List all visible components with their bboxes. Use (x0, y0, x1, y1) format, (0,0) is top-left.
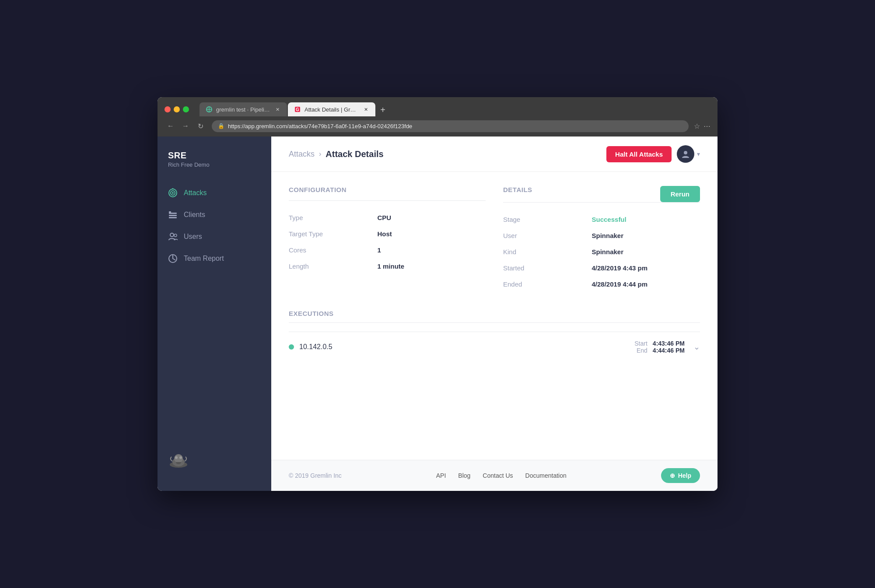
tab-close-1[interactable]: ✕ (274, 106, 281, 113)
table-row: Length 1 minute (289, 258, 486, 274)
details-value-kind: Spinnaker (592, 244, 700, 260)
browser-addressbar: ← → ↻ 🔒 https://app.gremlin.com/attacks/… (158, 116, 718, 136)
tab-favicon-1 (206, 106, 213, 113)
execution-times: Start 4:43:46 PM End 4:44:46 PM (630, 340, 685, 354)
minimize-button[interactable] (174, 106, 180, 112)
end-time-row: End 4:44:46 PM (630, 347, 685, 354)
sidebar-item-clients[interactable]: Clients (158, 204, 271, 226)
browser-chrome: gremlin test · Pipeline Executio... ✕ G … (158, 97, 718, 136)
details-header: Details Rerun (503, 186, 700, 202)
footer-link-documentation[interactable]: Documentation (525, 472, 567, 479)
reload-button[interactable]: ↻ (194, 120, 206, 132)
clients-icon (168, 210, 178, 220)
table-row: Target Type Host (289, 226, 486, 242)
tab-close-2[interactable]: ✕ (362, 106, 369, 113)
two-col-grid: Configuration Type CPU Target Type H (289, 186, 700, 292)
browser-tab-2[interactable]: G Attack Details | Gremlin ✕ (288, 102, 375, 116)
main-footer: © 2019 Gremlin Inc API Blog Contact Us D… (271, 460, 718, 491)
footer-link-blog[interactable]: Blog (458, 472, 470, 479)
avatar-chevron-icon: ▾ (697, 150, 700, 158)
menu-icon[interactable]: ⋯ (704, 122, 710, 130)
help-button[interactable]: ⊕ Help (661, 468, 700, 483)
config-label-type: Type (289, 210, 378, 226)
footer-link-api[interactable]: API (436, 472, 446, 479)
app-layout: SRE Rich Free Demo Attacks (158, 136, 718, 491)
browser-tab-1[interactable]: gremlin test · Pipeline Executio... ✕ (200, 102, 287, 116)
tab-favicon-2: G (294, 106, 301, 113)
details-value-ended: 4/28/2019 4:44 pm (592, 276, 700, 292)
svg-point-20 (179, 456, 182, 459)
rerun-button[interactable]: Rerun (660, 186, 700, 202)
details-value-user: Spinnaker (592, 228, 700, 244)
config-value-target-type: Host (378, 226, 486, 242)
lock-icon: 🔒 (218, 123, 224, 129)
details-value-started: 4/28/2019 4:43 pm (592, 260, 700, 276)
details-label-started: Started (503, 260, 592, 276)
tab-label-2: Attack Details | Gremlin (304, 106, 359, 113)
bookmark-icon[interactable]: ☆ (694, 122, 700, 130)
main-header: Attacks › Attack Details Halt All Attack… (271, 136, 718, 172)
header-actions: Halt All Attacks ▾ (606, 145, 700, 163)
back-button[interactable]: ← (164, 120, 177, 132)
help-circle-icon: ⊕ (670, 472, 675, 479)
svg-rect-12 (169, 211, 171, 214)
browser-window: gremlin test · Pipeline Executio... ✕ G … (158, 97, 718, 491)
svg-point-14 (174, 234, 177, 237)
footer-link-contact-us[interactable]: Contact Us (483, 472, 513, 479)
sidebar-item-attacks[interactable]: Attacks (158, 182, 271, 204)
sidebar-item-users[interactable]: Users (158, 226, 271, 248)
avatar (677, 145, 694, 163)
attacks-icon (168, 188, 178, 198)
start-time-row: Start 4:43:46 PM (630, 340, 685, 347)
sidebar-item-users-label: Users (184, 233, 202, 241)
svg-point-19 (175, 456, 178, 459)
config-value-length: 1 minute (378, 258, 486, 274)
new-tab-button[interactable]: + (376, 103, 389, 116)
address-bar[interactable]: 🔒 https://app.gremlin.com/attacks/74e79b… (212, 120, 689, 132)
config-label-length: Length (289, 258, 378, 274)
breadcrumb: Attacks › Attack Details (289, 149, 384, 159)
footer-copyright: © 2019 Gremlin Inc (289, 472, 342, 479)
execution-right: Start 4:43:46 PM End 4:44:46 PM ⌄ (630, 340, 700, 354)
table-row: Type CPU (289, 210, 486, 226)
sidebar: SRE Rich Free Demo Attacks (158, 136, 271, 491)
avatar-wrapper[interactable]: ▾ (677, 145, 700, 163)
execution-ip: 10.142.0.5 (299, 343, 332, 351)
page-title: Attack Details (326, 149, 383, 159)
configuration-section: Configuration Type CPU Target Type H (289, 186, 486, 292)
table-row: User Spinnaker (503, 228, 700, 244)
sidebar-logo (158, 442, 271, 480)
details-label-kind: Kind (503, 244, 592, 260)
sidebar-item-team-report[interactable]: Team Report (158, 248, 271, 270)
expand-icon[interactable]: ⌄ (693, 342, 700, 352)
configuration-title: Configuration (289, 186, 486, 193)
brand-subtitle: Rich Free Demo (168, 161, 261, 168)
brand-name: SRE (168, 150, 261, 161)
tab-label-1: gremlin test · Pipeline Executio... (216, 106, 270, 113)
end-label: End (630, 347, 648, 354)
breadcrumb-attacks-link[interactable]: Attacks (289, 150, 315, 159)
traffic-lights (164, 106, 189, 112)
forward-button[interactable]: → (179, 120, 192, 132)
table-row: Stage Successful (503, 211, 700, 228)
svg-rect-10 (169, 215, 177, 216)
nav-buttons: ← → ↻ (164, 120, 206, 132)
svg-point-13 (170, 233, 174, 237)
footer-links: API Blog Contact Us Documentation (436, 472, 567, 479)
breadcrumb-separator: › (319, 150, 321, 158)
end-time-value: 4:44:46 PM (653, 347, 685, 354)
executions-section: Executions 10.142.0.5 Start 4:43:46 PM (289, 310, 700, 362)
main-content: Attacks › Attack Details Halt All Attack… (271, 136, 718, 491)
close-button[interactable] (164, 106, 171, 112)
help-label: Help (678, 472, 691, 479)
sidebar-item-team-report-label: Team Report (184, 255, 224, 262)
config-label-target-type: Target Type (289, 226, 378, 242)
config-value-type: CPU (378, 210, 486, 226)
details-label-ended: Ended (503, 276, 592, 292)
table-row: Cores 1 (289, 242, 486, 258)
halt-all-attacks-button[interactable]: Halt All Attacks (606, 146, 672, 162)
maximize-button[interactable] (183, 106, 189, 112)
sidebar-item-clients-label: Clients (184, 211, 205, 219)
sidebar-nav: Attacks Clients (158, 182, 271, 442)
table-row: Kind Spinnaker (503, 244, 700, 260)
